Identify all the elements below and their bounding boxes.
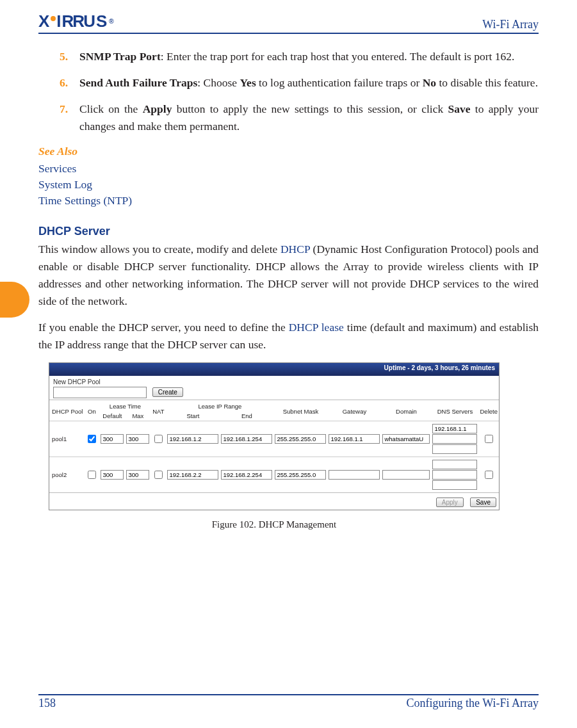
col-pool: DHCP Pool: [49, 400, 84, 421]
domain-input[interactable]: [382, 434, 430, 444]
page-header: XIRRUS® Wi-Fi Array: [38, 12, 539, 34]
max-input[interactable]: [126, 470, 149, 480]
dhcp-heading: DHCP Server: [38, 225, 539, 238]
brand-logo: XIRRUS®: [38, 12, 115, 31]
mask-input[interactable]: [275, 434, 326, 444]
gateway-input[interactable]: [329, 470, 380, 480]
step-term: SNMP Trap Port: [79, 50, 161, 63]
save-button[interactable]: Save: [470, 497, 496, 507]
link-system-log[interactable]: System Log: [38, 177, 539, 193]
apply-button[interactable]: Apply: [436, 497, 464, 507]
step-5: 5. SNMP Trap Port: Enter the trap port f…: [38, 48, 539, 65]
step-text: Click on the Apply button to apply the n…: [79, 101, 539, 135]
dhcp-paragraph-1: This window allows you to create, modify…: [38, 241, 539, 311]
start-input[interactable]: [167, 470, 218, 480]
create-button[interactable]: Create: [152, 387, 183, 397]
col-dns: DNS Servers: [431, 400, 478, 421]
page-footer: 158 Configuring the Wi-Fi Array: [38, 694, 539, 710]
delete-checkbox[interactable]: [485, 471, 493, 479]
step-term: Send Auth Failure Traps: [79, 76, 197, 89]
col-on: On: [84, 400, 99, 421]
col-delete: Delete: [478, 400, 499, 421]
pool-name: pool1: [49, 421, 84, 457]
dns2-input[interactable]: [432, 470, 477, 480]
new-pool-label: New DHCP Pool: [53, 378, 495, 385]
col-group-lease: Lease Time: [99, 400, 150, 412]
link-services[interactable]: Services: [38, 161, 539, 177]
figure-caption: Figure 102. DHCP Management: [49, 519, 500, 530]
default-input[interactable]: [101, 434, 124, 444]
uptime-bar: Uptime - 2 days, 3 hours, 26 minutes: [49, 363, 499, 376]
max-input[interactable]: [126, 434, 149, 444]
dns2-input[interactable]: [432, 434, 477, 444]
see-also-heading: See Also: [38, 145, 539, 158]
nat-checkbox[interactable]: [154, 435, 163, 443]
procedure-steps: 5. SNMP Trap Port: Enter the trap port f…: [38, 48, 539, 136]
default-input[interactable]: [101, 470, 124, 480]
dns3-input[interactable]: [432, 444, 477, 454]
step-text: SNMP Trap Port: Enter the trap port for …: [79, 48, 539, 65]
end-input[interactable]: [221, 470, 272, 480]
start-input[interactable]: [167, 434, 218, 444]
col-max: Max: [125, 411, 150, 421]
dns1-input[interactable]: [432, 460, 477, 469]
dns1-input[interactable]: [432, 424, 477, 433]
link-dhcp[interactable]: DHCP: [280, 243, 310, 255]
col-mask: Subnet Mask: [273, 400, 327, 421]
dhcp-paragraph-2: If you enable the DHCP server, you need …: [38, 319, 539, 353]
pool-name: pool2: [49, 457, 84, 493]
link-time-ntp[interactable]: Time Settings (NTP): [38, 193, 539, 209]
step-number: 5.: [38, 48, 79, 65]
step-text: Send Auth Failure Traps: Choose Yes to l…: [79, 74, 539, 92]
link-dhcp-lease[interactable]: DHCP lease: [289, 321, 344, 334]
doc-title: Wi-Fi Array: [482, 18, 539, 31]
end-input[interactable]: [221, 434, 272, 444]
col-gw: Gateway: [327, 400, 381, 421]
step-7: 7. Click on the Apply button to apply th…: [38, 101, 539, 135]
col-end: End: [220, 411, 273, 421]
new-pool-input[interactable]: [53, 387, 147, 398]
step-number: 7.: [38, 101, 79, 135]
section-tab: [0, 282, 29, 318]
see-also-links: Services System Log Time Settings (NTP): [38, 161, 539, 209]
step-number: 6.: [38, 74, 79, 92]
delete-checkbox[interactable]: [485, 435, 493, 443]
page-number: 158: [38, 697, 56, 710]
table-row: pool1: [49, 421, 499, 457]
mask-input[interactable]: [275, 470, 326, 480]
table-row: pool2: [49, 457, 499, 493]
col-group-range: Lease IP Range: [166, 400, 273, 412]
col-domain: Domain: [381, 400, 431, 421]
nat-checkbox[interactable]: [154, 471, 163, 479]
gateway-input[interactable]: [329, 434, 380, 444]
col-start: Start: [166, 411, 220, 421]
col-default: Default: [99, 411, 125, 421]
dhcp-table: DHCP Pool On Lease Time NAT Lease IP Ran…: [49, 400, 499, 492]
section-title: Configuring the Wi-Fi Array: [407, 697, 539, 710]
col-nat: NAT: [150, 400, 166, 421]
domain-input[interactable]: [382, 470, 430, 480]
step-6: 6. Send Auth Failure Traps: Choose Yes t…: [38, 74, 539, 92]
on-checkbox[interactable]: [88, 435, 96, 443]
figure-dhcp-management: Uptime - 2 days, 3 hours, 26 minutes New…: [49, 362, 500, 510]
dns3-input[interactable]: [432, 480, 477, 490]
on-checkbox[interactable]: [88, 471, 96, 479]
